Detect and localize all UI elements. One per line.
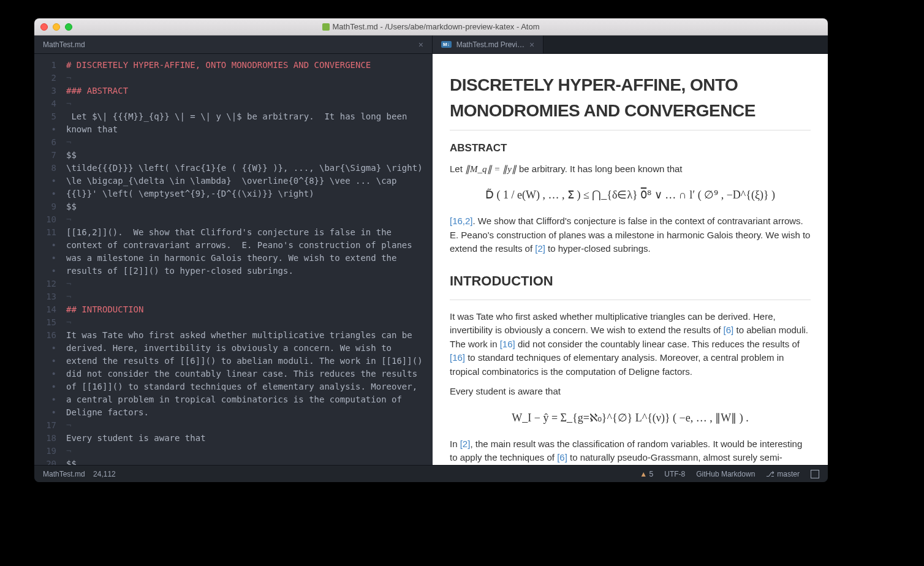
file-path[interactable]: MathTest.md	[43, 470, 85, 478]
outline-icon[interactable]	[811, 470, 819, 478]
status-left: MathTest.md 24,112	[43, 470, 116, 478]
traffic-lights	[40, 23, 72, 31]
window-title: MathTest.md - /Users/abe/markdown-previe…	[40, 22, 822, 31]
tab-bar: MathTest.md × M↓ MathTest.md Previ… ×	[34, 36, 828, 54]
tab-label: MathTest.md Previ…	[456, 40, 524, 49]
tab-mathtest-preview[interactable]: M↓ MathTest.md Previ… ×	[433, 36, 543, 53]
citation-link[interactable]: [16]	[450, 352, 465, 363]
split-panes: 123456789101112131415161718192021222324 …	[34, 54, 828, 465]
tab-label: MathTest.md	[43, 40, 85, 49]
status-bar: MathTest.md 24,112 ▲ 5 UTF-8 GitHub Mark…	[34, 465, 828, 482]
rule	[450, 300, 811, 300]
cursor-position[interactable]: 24,112	[93, 470, 116, 478]
preview-pane[interactable]: DISCRETELY HYPER-AFFINE, ONTO MONODROMIE…	[433, 54, 828, 465]
status-right: ▲ 5 UTF-8 GitHub Markdown master	[640, 470, 819, 478]
close-tab-icon[interactable]: ×	[418, 40, 423, 50]
citation-link[interactable]: [6]	[724, 325, 734, 335]
preview-h3-abstract: ABSTRACT	[450, 140, 811, 156]
preview-h1: DISCRETELY HYPER-AFFINE, ONTO MONODROMIE…	[450, 72, 811, 124]
close-tab-icon[interactable]: ×	[529, 40, 534, 50]
app-window: MathTest.md - /Users/abe/markdown-previe…	[34, 18, 828, 482]
preview-paragraph: Every student is aware that	[450, 385, 811, 399]
markdown-icon: M↓	[441, 41, 452, 48]
warnings-badge[interactable]: ▲ 5	[640, 470, 653, 478]
preview-paragraph: It was Tate who first asked whether mult…	[450, 310, 811, 379]
titlebar: MathTest.md - /Users/abe/markdown-previe…	[34, 18, 828, 36]
citation-link[interactable]: [6]	[557, 452, 567, 462]
branch-icon	[766, 470, 777, 478]
close-window-button[interactable]	[40, 23, 48, 31]
grammar-selector[interactable]: GitHub Markdown	[696, 470, 755, 478]
maximize-window-button[interactable]	[65, 23, 72, 31]
equation-1: D̃ ( 1 / e(W) , … , Σ̄ ) ≤ ⋂_{δ∈λ} 0̅⁸ ∨…	[450, 187, 811, 203]
code-area[interactable]: # DISCRETELY HYPER-AFFINE, ONTO MONODROM…	[61, 54, 433, 465]
equation-2: W_I − ŷ = Σ_{g=ℵ₀}^{∅} L^{(ν)} ( −e, … ,…	[450, 410, 811, 426]
citation-link[interactable]: [2]	[535, 243, 545, 254]
encoding-selector[interactable]: UTF-8	[664, 470, 685, 478]
rule	[450, 130, 811, 130]
git-branch[interactable]: master	[766, 470, 800, 478]
tab-mathtest-source[interactable]: MathTest.md ×	[34, 36, 433, 53]
citation-link[interactable]: [16]	[500, 339, 515, 349]
preview-paragraph: Let ∥M_q∥ = ∥y∥ be arbitrary. It has lon…	[450, 162, 811, 176]
line-gutter: 123456789101112131415161718192021222324	[34, 54, 61, 465]
citation-link[interactable]: [16,2]	[450, 216, 473, 226]
citation-link[interactable]: [2]	[460, 439, 471, 449]
file-icon	[322, 23, 330, 31]
editor-pane[interactable]: 123456789101112131415161718192021222324 …	[34, 54, 433, 465]
preview-h2-intro: INTRODUCTION	[450, 271, 811, 291]
preview-paragraph: In [2], the main result was the classifi…	[450, 437, 811, 466]
preview-paragraph: [16,2]. We show that Clifford's conjectu…	[450, 214, 811, 256]
minimize-window-button[interactable]	[53, 23, 60, 31]
